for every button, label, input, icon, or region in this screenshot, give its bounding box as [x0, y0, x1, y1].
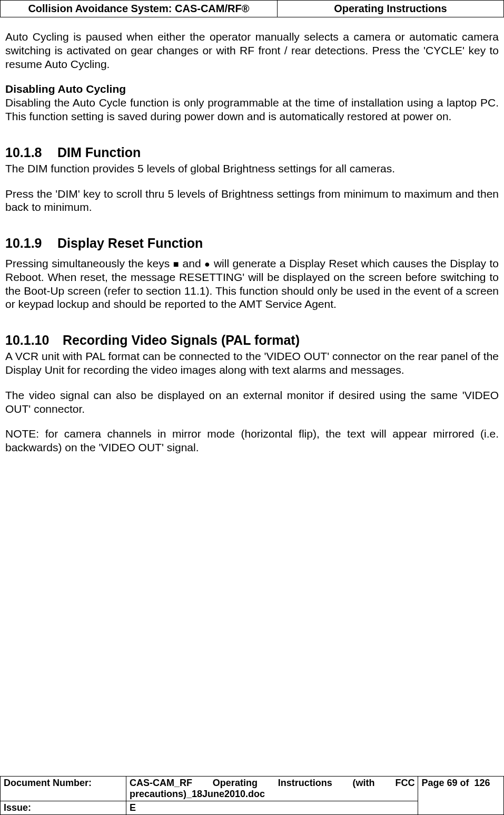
circle-key-icon: ●	[204, 259, 210, 269]
page-total: 126	[475, 778, 490, 788]
square-key-icon: ■	[173, 259, 179, 269]
page-content: Auto Cycling is paused when either the o…	[0, 17, 504, 776]
section-10-1-9-heading: 10.1.9 Display Reset Function	[5, 235, 499, 251]
section-number: 10.1.10	[5, 332, 59, 348]
page-number: Page 69 of 126	[418, 777, 504, 815]
doc-number-label: Document Number:	[1, 777, 126, 801]
section-10-1-8-heading: 10.1.8 DIM Function	[5, 144, 499, 161]
disable-auto-cycling-heading: Disabling Auto Cycling	[5, 82, 499, 96]
dim-paragraph-2: Press the 'DIM' key to scroll thru 5 lev…	[5, 187, 499, 215]
text-fragment: Pressing simultaneously the keys	[5, 257, 173, 269]
recording-paragraph-2: The video signal can also be displayed o…	[5, 389, 499, 416]
recording-paragraph-1: A VCR unit with PAL format can be connec…	[5, 350, 499, 377]
dim-paragraph-1: The DIM function provides 5 levels of gl…	[5, 162, 499, 176]
section-number: 10.1.9	[5, 235, 54, 251]
header-title-right: Operating Instructions	[277, 1, 503, 17]
section-title: DIM Function	[57, 145, 141, 160]
header-bar: Collision Avoidance System: CAS-CAM/RF® …	[0, 0, 504, 17]
recording-note-paragraph: NOTE: for camera channels in mirror mode…	[5, 427, 499, 454]
text-fragment: and	[179, 257, 204, 269]
section-number: 10.1.8	[5, 144, 54, 161]
issue-label: Issue:	[1, 801, 126, 815]
section-10-1-10-heading: 10.1.10 Recording Video Signals (PAL for…	[5, 332, 499, 348]
display-reset-paragraph: Pressing simultaneously the keys ■ and ●…	[5, 257, 499, 311]
section-title: Display Reset Function	[57, 236, 203, 250]
page-label-prefix: Page 69 of	[421, 778, 469, 788]
section-title: Recording Video Signals (PAL format)	[63, 333, 300, 347]
footer-bar: Document Number: CAS-CAM_RF Operating In…	[0, 776, 504, 815]
disable-auto-cycling-paragraph: Disabling the Auto Cycle function is onl…	[5, 96, 499, 123]
header-title-left: Collision Avoidance System: CAS-CAM/RF®	[1, 1, 278, 17]
issue-value: E	[126, 801, 418, 815]
intro-paragraph: Auto Cycling is paused when either the o…	[5, 30, 499, 71]
doc-number-value: CAS-CAM_RF Operating Instructions (with …	[126, 777, 418, 801]
